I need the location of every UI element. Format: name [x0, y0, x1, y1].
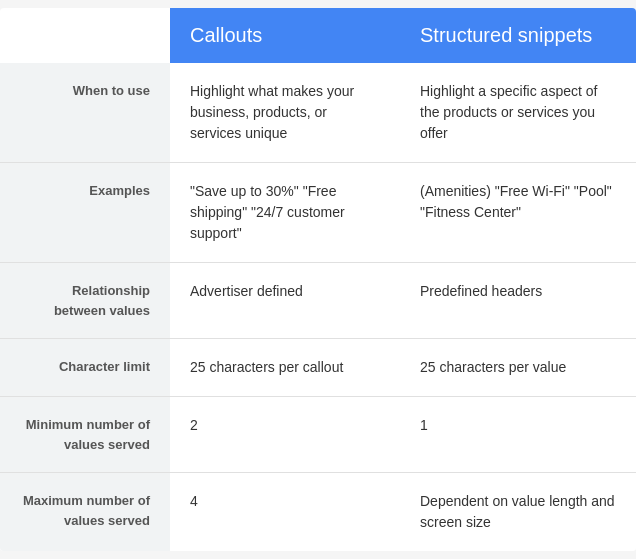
header-empty — [0, 8, 170, 63]
callouts-character-limit: 25 characters per callout — [170, 339, 400, 397]
snippets-examples: (Amenities) "Free Wi-Fi" "Pool" "Fitness… — [400, 163, 636, 263]
callouts-examples: "Save up to 30%" "Free shipping" "24/7 c… — [170, 163, 400, 263]
callouts-when-to-use: Highlight what makes your business, prod… — [170, 63, 400, 163]
row-examples: Examples"Save up to 30%" "Free shipping"… — [0, 163, 636, 263]
row-when-to-use: When to useHighlight what makes your bus… — [0, 63, 636, 163]
label-maximum-values: Maximum number of values served — [0, 473, 170, 552]
comparison-table: Callouts Structured snippets When to use… — [0, 8, 636, 551]
callouts-relationship: Advertiser defined — [170, 263, 400, 339]
row-character-limit: Character limit25 characters per callout… — [0, 339, 636, 397]
row-relationship: Relationship between valuesAdvertiser de… — [0, 263, 636, 339]
header-structured-snippets: Structured snippets — [400, 8, 636, 63]
callouts-minimum-values: 2 — [170, 397, 400, 473]
snippets-character-limit: 25 characters per value — [400, 339, 636, 397]
label-relationship: Relationship between values — [0, 263, 170, 339]
label-examples: Examples — [0, 163, 170, 263]
callouts-maximum-values: 4 — [170, 473, 400, 552]
header-callouts: Callouts — [170, 8, 400, 63]
label-minimum-values: Minimum number of values served — [0, 397, 170, 473]
snippets-minimum-values: 1 — [400, 397, 636, 473]
label-when-to-use: When to use — [0, 63, 170, 163]
row-maximum-values: Maximum number of values served4Dependen… — [0, 473, 636, 552]
row-minimum-values: Minimum number of values served21 — [0, 397, 636, 473]
label-character-limit: Character limit — [0, 339, 170, 397]
snippets-when-to-use: Highlight a specific aspect of the produ… — [400, 63, 636, 163]
snippets-maximum-values: Dependent on value length and screen siz… — [400, 473, 636, 552]
snippets-relationship: Predefined headers — [400, 263, 636, 339]
